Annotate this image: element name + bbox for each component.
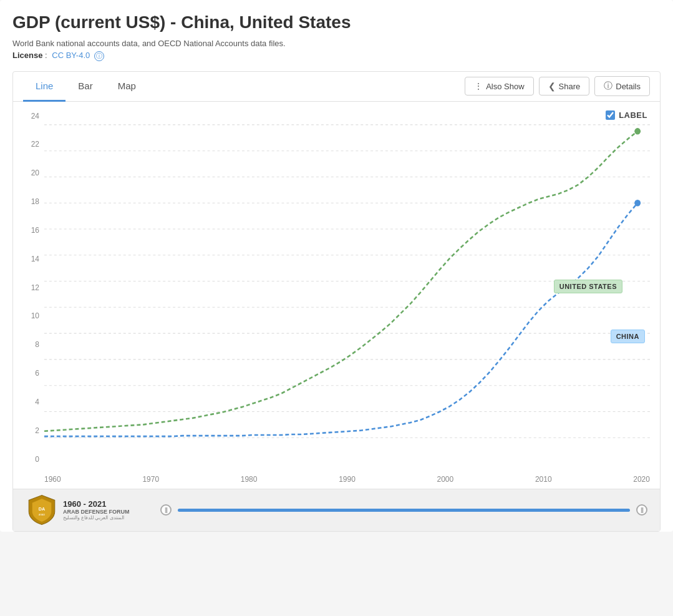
branding-area: DA ARAB 1960 - 2021 ARAB DEFENSE FORUM ا… xyxy=(26,494,150,526)
label-checkbox-container: LABEL xyxy=(606,110,647,120)
x-label-2000: 2000 xyxy=(437,475,454,484)
license-info-icon[interactable]: ⓘ xyxy=(94,51,104,61)
china-end-dot xyxy=(634,200,641,206)
handle-lines-left: ||| xyxy=(165,507,167,513)
branding-title: 1960 - 2021 xyxy=(63,499,130,509)
share-icon: ❮ xyxy=(548,81,556,91)
y-label-0: 0 xyxy=(19,455,39,464)
share-label: Share xyxy=(559,82,581,91)
branding-text: 1960 - 2021 ARAB DEFENSE FORUM المنتدى ا… xyxy=(63,499,130,521)
x-label-2010: 2010 xyxy=(535,475,552,484)
slider-left-handle[interactable]: ||| xyxy=(160,504,172,516)
details-label: Details xyxy=(616,82,641,91)
x-label-1980: 1980 xyxy=(241,475,258,484)
slider-right-handle[interactable]: ||| xyxy=(636,504,647,516)
y-label-4: 4 xyxy=(19,398,39,406)
y-label-8: 8 xyxy=(19,340,39,349)
tab-map[interactable]: Map xyxy=(105,72,148,102)
china-gdp-line xyxy=(44,203,637,436)
toolbar-right: ⋮ Also Show ❮ Share ⓘ Details xyxy=(465,76,650,96)
y-label-6: 6 xyxy=(19,369,39,378)
tabs-toolbar: Line Bar Map ⋮ Also Show ❮ Share ⓘ Detai… xyxy=(13,72,660,102)
x-label-1970: 1970 xyxy=(142,475,159,484)
y-label-14: 14 xyxy=(19,255,39,263)
handle-lines-right: ||| xyxy=(641,507,643,513)
details-button[interactable]: ⓘ Details xyxy=(594,76,650,96)
x-label-1990: 1990 xyxy=(339,475,356,484)
range-slider: ||| ||| xyxy=(160,504,647,516)
branding-forum: ARAB DEFENSE FORUM xyxy=(63,509,130,515)
logo-shield: DA ARAB xyxy=(26,494,58,526)
chart-container: Line Bar Map ⋮ Also Show ❮ Share ⓘ Detai… xyxy=(12,71,661,532)
svg-text:DA: DA xyxy=(39,506,46,512)
details-icon: ⓘ xyxy=(604,81,612,92)
slider-track[interactable] xyxy=(178,509,630,512)
label-checkbox[interactable] xyxy=(606,110,615,120)
y-label-24: 24 xyxy=(19,112,39,120)
x-label-1960: 1960 xyxy=(44,475,61,484)
also-show-icon: ⋮ xyxy=(474,81,483,91)
svg-text:ARAB: ARAB xyxy=(39,514,45,516)
page-wrapper: GDP (current US$) - China, United States… xyxy=(0,0,673,532)
also-show-label: Also Show xyxy=(486,82,524,91)
label-checkbox-text: LABEL xyxy=(619,110,647,120)
tab-bar[interactable]: Bar xyxy=(65,72,105,102)
chart-label-us: UNITED STATES xyxy=(554,280,622,293)
y-label-2: 2 xyxy=(19,426,39,435)
share-button[interactable]: ❮ Share xyxy=(539,77,590,95)
data-source: World Bank national accounts data, and O… xyxy=(12,39,661,48)
page-title: GDP (current US$) - China, United States xyxy=(12,12,661,32)
tab-line[interactable]: Line xyxy=(23,72,65,102)
x-label-2020: 2020 xyxy=(633,475,650,484)
us-end-dot xyxy=(634,128,641,134)
chart-tabs: Line Bar Map xyxy=(23,72,148,101)
y-label-18: 18 xyxy=(19,197,39,206)
y-axis-labels: 0 2 4 6 8 10 12 14 16 18 20 22 24 xyxy=(19,112,39,464)
x-axis-labels: 1960 1970 1980 1990 2000 2010 2020 xyxy=(44,475,650,484)
y-label-16: 16 xyxy=(19,226,39,235)
license-value: CC BY-4.0 xyxy=(52,51,90,60)
branding-arabic: المنتدى العربي للدفاع والتسليح xyxy=(63,515,130,521)
license-label: License xyxy=(12,51,42,60)
chart-area: LABEL 0 2 4 6 8 10 12 14 16 18 20 22 24 … xyxy=(13,102,660,489)
slider-bar: DA ARAB 1960 - 2021 ARAB DEFENSE FORUM ا… xyxy=(13,489,660,531)
y-label-12: 12 xyxy=(19,283,39,292)
license-info: License : CC BY-4.0 ⓘ xyxy=(12,51,661,61)
also-show-button[interactable]: ⋮ Also Show xyxy=(465,77,533,95)
y-label-20: 20 xyxy=(19,169,39,177)
chart-label-china: CHINA xyxy=(611,330,645,343)
y-label-10: 10 xyxy=(19,311,39,320)
y-label-22: 22 xyxy=(19,140,39,149)
